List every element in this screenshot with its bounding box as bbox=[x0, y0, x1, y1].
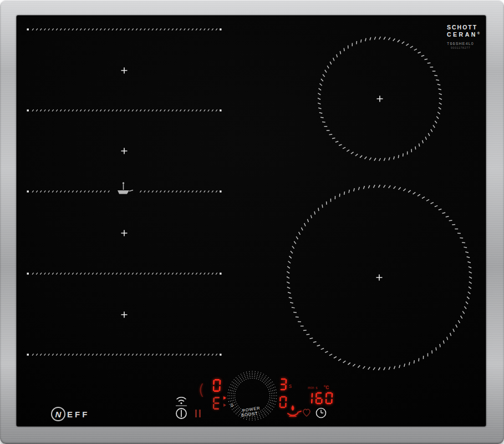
heart-icon[interactable] bbox=[303, 409, 310, 416]
timer-seconds-display bbox=[279, 378, 287, 391]
timer-seconds-unit: s bbox=[289, 383, 292, 389]
minutes-unit-label: min s bbox=[308, 386, 318, 390]
neff-logo-circle: N bbox=[51, 407, 65, 421]
model-number: T66SHE4L0 bbox=[447, 42, 480, 46]
wifi-icon[interactable] bbox=[176, 397, 187, 406]
right-control-keys bbox=[286, 404, 330, 422]
ceran-text: CERAN® bbox=[447, 31, 480, 38]
flex-zone-animation-display bbox=[213, 396, 221, 410]
induction-hob: SCHOTT CERAN® T66SHE4L0 9001178277 N EFF… bbox=[0, 0, 504, 444]
pause-icon[interactable] bbox=[195, 410, 201, 417]
power-icon[interactable] bbox=[176, 408, 186, 418]
schott-text: SCHOTT bbox=[447, 24, 480, 31]
registered-mark: ® bbox=[477, 32, 480, 35]
celsius-unit-label: °C bbox=[324, 385, 329, 390]
schott-ceran-branding: SCHOTT CERAN® T66SHE4L0 9001178277 bbox=[447, 24, 480, 49]
frying-sensor-icon[interactable] bbox=[288, 405, 301, 416]
clock-icon[interactable] bbox=[317, 408, 326, 418]
temperature-display bbox=[306, 391, 333, 406]
flex-arrow-icon-top bbox=[223, 396, 226, 400]
glass-ceramic-surface bbox=[17, 16, 486, 426]
flex-zone-bracket: ( bbox=[198, 381, 205, 398]
flex-zone-power-display bbox=[213, 379, 221, 392]
serial-number: 9001178277 bbox=[451, 46, 480, 49]
neff-logo: N EFF bbox=[51, 407, 89, 421]
flex-arrow-icon-bottom bbox=[223, 403, 226, 407]
